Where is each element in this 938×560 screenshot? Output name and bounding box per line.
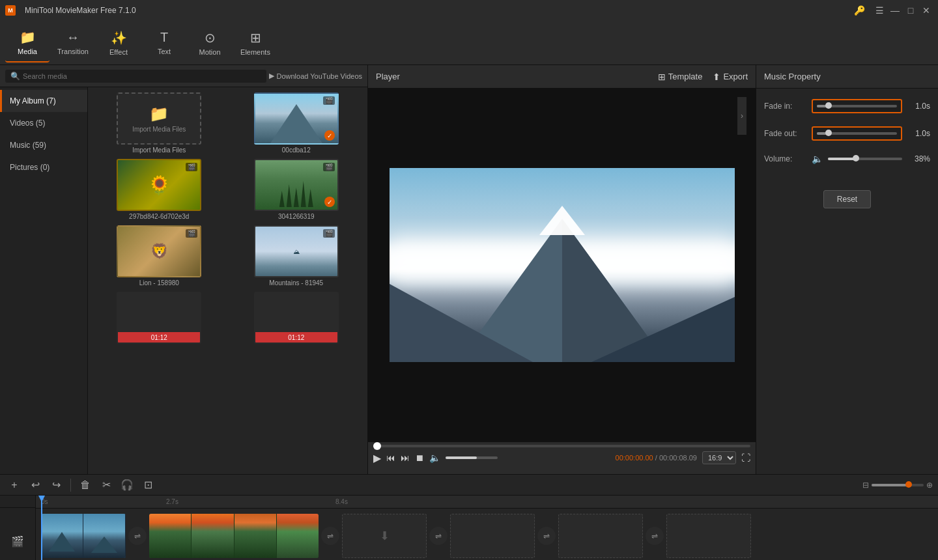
media-thumb[interactable]: 🎬 ✓ bbox=[254, 92, 339, 145]
maximize-button[interactable]: □ bbox=[904, 4, 917, 17]
media-thumb[interactable]: 🦁 🎬 bbox=[117, 225, 201, 277]
yt-icon: ▶ bbox=[269, 72, 274, 80]
transition-button-5[interactable]: ⇌ bbox=[646, 527, 664, 545]
next-button[interactable]: ⏭ bbox=[401, 453, 410, 463]
volume-icon[interactable]: 🔈 bbox=[429, 453, 440, 463]
progress-thumb[interactable] bbox=[373, 442, 381, 450]
timeline: + ↩ ↪ 🗑 ✂ 🎧 ⊡ ⊟ ⊕ 🎬 ♪ bbox=[0, 474, 938, 560]
minimize-button[interactable]: — bbox=[888, 4, 902, 17]
effect-icon: ✨ bbox=[111, 30, 127, 46]
export-icon: ⬆ bbox=[713, 72, 720, 82]
collapse-panel-button[interactable]: › bbox=[737, 96, 747, 135]
media-thumb[interactable]: 01:12 bbox=[117, 292, 201, 344]
import-thumb[interactable]: 📁 Import Media Files bbox=[117, 92, 201, 145]
prev-button[interactable]: ⏮ bbox=[386, 453, 395, 463]
video-badge: 🎬 bbox=[186, 163, 197, 171]
search-icon: 🔍 bbox=[10, 72, 20, 81]
media-thumb[interactable]: 🎬 ✓ bbox=[254, 159, 339, 211]
list-item[interactable]: 🎬 ✓ 3041266319 bbox=[231, 159, 363, 220]
toolbar-motion[interactable]: ⊙ Motion bbox=[188, 23, 232, 63]
volume-mute-icon[interactable]: 🔈 bbox=[812, 154, 823, 164]
search-box[interactable]: 🔍 bbox=[5, 70, 266, 83]
media-thumb[interactable]: 🌻 🎬 bbox=[117, 159, 201, 211]
list-item[interactable]: 🌻 🎬 297bd842-6d702e3d bbox=[93, 159, 225, 220]
video-clip-2[interactable] bbox=[149, 514, 319, 558]
delete-button[interactable]: 🗑 bbox=[76, 476, 94, 494]
list-item[interactable]: 01:12 bbox=[231, 292, 363, 346]
fade-out-slider[interactable] bbox=[812, 126, 902, 141]
motion-icon: ⊙ bbox=[205, 30, 216, 46]
template-button[interactable]: ⊞ Template bbox=[658, 72, 703, 82]
video-area bbox=[368, 89, 756, 441]
export-button[interactable]: ⬆ Export bbox=[713, 72, 748, 82]
fullscreen-button[interactable]: ⛶ bbox=[741, 453, 750, 463]
reset-button[interactable]: Reset bbox=[823, 190, 871, 208]
zoom-in-icon[interactable]: ⊕ bbox=[926, 481, 933, 490]
left-sidebar: My Album (7) Videos (5) Music (59) Pictu… bbox=[0, 87, 367, 474]
list-item[interactable]: 01:12 bbox=[93, 292, 225, 346]
search-input[interactable] bbox=[23, 72, 261, 80]
toolbar-media[interactable]: 📁 Media bbox=[5, 23, 50, 63]
text-icon: T bbox=[160, 30, 168, 45]
transition-icon: ↔ bbox=[66, 30, 79, 45]
add-clip-button[interactable]: + bbox=[5, 476, 23, 494]
media-thumb[interactable]: 01:12 bbox=[254, 292, 339, 344]
sidebar-item-videos[interactable]: Videos (5) bbox=[0, 112, 87, 134]
sidebar-item-pictures[interactable]: Pictures (0) bbox=[0, 156, 87, 178]
list-item[interactable]: 🦁 🎬 Lion - 158980 bbox=[93, 225, 225, 287]
transition-button-1[interactable]: ⇌ bbox=[128, 527, 147, 545]
video-badge: 🎬 bbox=[186, 229, 197, 238]
volume-slider[interactable] bbox=[446, 456, 498, 459]
right-panel: Music Property Fade in: 1.0s Fade out: bbox=[756, 65, 938, 474]
media-import-item[interactable]: 📁 Import Media Files Import Media Files bbox=[93, 92, 225, 154]
video-clip-1[interactable] bbox=[41, 514, 126, 558]
empty-clip-2[interactable] bbox=[450, 514, 535, 558]
undo-button[interactable]: ↩ bbox=[26, 476, 44, 494]
zoom-slider[interactable] bbox=[872, 484, 924, 486]
cut-button[interactable]: ✂ bbox=[97, 476, 115, 494]
toolbar-elements[interactable]: ⊞ Elements bbox=[233, 23, 277, 63]
video-badge: 🎬 bbox=[323, 163, 335, 171]
progress-bar[interactable] bbox=[373, 445, 750, 447]
player-title: Player bbox=[376, 72, 653, 81]
fade-in-slider[interactable] bbox=[812, 99, 902, 113]
redo-button[interactable]: ↪ bbox=[47, 476, 65, 494]
time-ruler: 0s 2.7s 8.4s bbox=[36, 496, 938, 509]
stop-button[interactable]: ⏹ bbox=[415, 453, 424, 463]
empty-clip-4[interactable] bbox=[666, 514, 751, 558]
media-icon: 📁 bbox=[20, 29, 36, 45]
list-item[interactable]: 🎬 ✓ 00cdba12 bbox=[231, 92, 363, 154]
volume-label: Volume: bbox=[764, 154, 806, 163]
transition-button-4[interactable]: ⇌ bbox=[537, 527, 556, 545]
video-track-label: 🎬 bbox=[0, 508, 35, 560]
sidebar-item-myalbum[interactable]: My Album (7) bbox=[0, 90, 87, 112]
sidebar-item-music[interactable]: Music (59) bbox=[0, 134, 87, 156]
player-header: Player ⊞ Template ⬆ Export bbox=[368, 65, 756, 89]
download-icon: ⬇ bbox=[380, 529, 390, 543]
time-mark-2: 8.4s bbox=[335, 498, 348, 505]
audio-button[interactable]: 🎧 bbox=[118, 476, 136, 494]
empty-clip-3[interactable] bbox=[558, 514, 643, 558]
time-total: / 00:00:08.09 bbox=[655, 454, 697, 462]
transition-button-2[interactable]: ⇌ bbox=[321, 527, 339, 545]
aspect-ratio-select[interactable]: 16:9 9:16 1:1 4:3 bbox=[702, 451, 736, 464]
zoom-thumb[interactable] bbox=[905, 481, 912, 488]
volume-prop-slider[interactable] bbox=[828, 158, 902, 160]
list-item[interactable]: ⛰ 🎬 Mountains - 81945 bbox=[231, 225, 363, 287]
toolbar-transition[interactable]: ↔ Transition bbox=[51, 23, 95, 63]
settings-icon[interactable]: ☰ bbox=[873, 4, 886, 17]
toolbar-effect[interactable]: ✨ Effect bbox=[96, 23, 141, 63]
zoom-out-icon[interactable]: ⊟ bbox=[862, 481, 869, 490]
empty-clip-1[interactable]: ⬇ bbox=[342, 514, 427, 558]
transition-button-3[interactable]: ⇌ bbox=[429, 527, 448, 545]
video-preview bbox=[390, 168, 735, 362]
media-thumb[interactable]: ⛰ 🎬 bbox=[254, 225, 339, 277]
crop-button[interactable]: ⊡ bbox=[139, 476, 157, 494]
yt-download-button[interactable]: ▶ Download YouTube Videos bbox=[269, 72, 363, 80]
play-button[interactable]: ▶ bbox=[373, 452, 381, 464]
selected-check: ✓ bbox=[324, 197, 335, 207]
elements-icon: ⊞ bbox=[250, 30, 261, 46]
close-button[interactable]: ✕ bbox=[920, 4, 933, 17]
app-icon: M bbox=[5, 5, 16, 16]
toolbar-text[interactable]: T Text bbox=[142, 23, 186, 63]
